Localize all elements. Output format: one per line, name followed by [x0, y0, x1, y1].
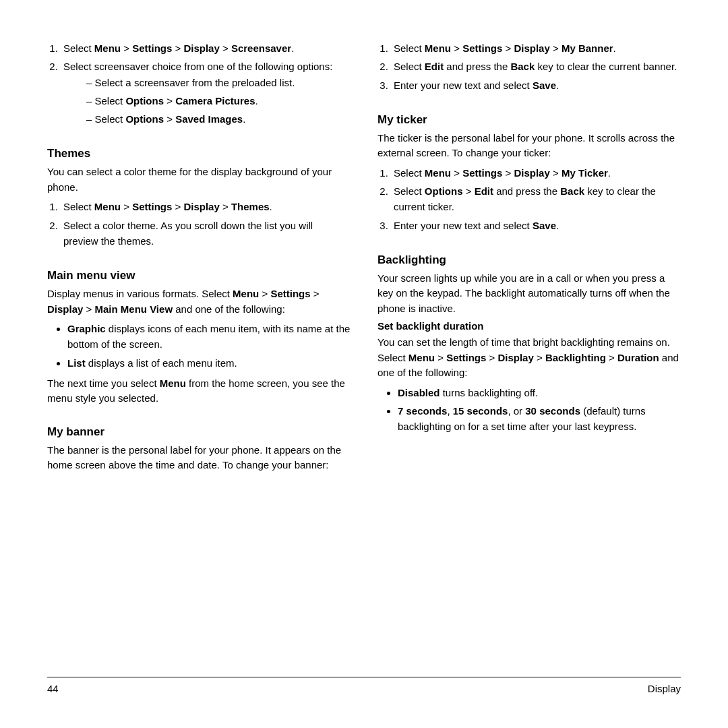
my-ticker-steps: Select Menu > Settings > Display > My Ti… [391, 165, 681, 233]
backlighting-intro: Your screen lights up while you are in a… [377, 271, 681, 317]
main-menu-view-intro: Display menus in various formats. Select… [47, 286, 351, 317]
settings-bold: Settings [132, 42, 172, 54]
themes-step-2: Select a color theme. As you scroll down… [61, 218, 351, 249]
my-ticker-heading: My ticker [377, 113, 681, 127]
screensaver-option-1: Select a screensaver from the preloaded … [84, 75, 351, 90]
content-area: Select Menu > Settings > Display > Scree… [47, 40, 681, 670]
backlight-disabled: Disabled turns backlighting off. [398, 385, 681, 400]
footer-page-number: 44 [47, 683, 59, 694]
themes-intro: You can select a color theme for the dis… [47, 164, 351, 195]
right-column: Select Menu > Settings > Display > My Ba… [377, 40, 681, 670]
my-ticker-step-1: Select Menu > Settings > Display > My Ti… [391, 165, 681, 181]
backlight-duration-bullets: Disabled turns backlighting off. 7 secon… [398, 385, 681, 435]
my-banner-step-3: Enter your new text and select Save. [391, 78, 681, 93]
my-ticker-step-3: Enter your new text and select Save. [391, 218, 681, 233]
backlighting-heading: Backlighting [377, 253, 681, 267]
screensaver-option-3: Select Options > Saved Images. [84, 111, 351, 127]
themes-step-1: Select Menu > Settings > Display > Theme… [61, 199, 351, 214]
set-backlight-duration-heading: Set backlight duration [377, 320, 681, 332]
main-menu-view-list: List displays a list of each menu item. [67, 355, 351, 371]
my-banner-steps-section: Select Menu > Settings > Display > My Ba… [377, 40, 681, 98]
themes-heading: Themes [47, 147, 351, 160]
screensaver-step-2: Select screensaver choice from one of th… [61, 59, 351, 127]
screensaver-section: Select Menu > Settings > Display > Scree… [47, 40, 351, 132]
my-banner-step-2: Select Edit and press the Back key to cl… [391, 59, 681, 74]
my-banner-section-left: My banner The banner is the personal lab… [47, 425, 351, 477]
set-backlight-duration-intro: You can set the length of time that brig… [377, 335, 681, 381]
main-menu-view-outro: The next time you select Menu from the h… [47, 376, 351, 406]
themes-section: Themes You can select a color theme for … [47, 147, 351, 254]
screensaver-steps: Select Menu > Settings > Display > Scree… [61, 40, 351, 127]
main-menu-view-section: Main menu view Display menus in various … [47, 269, 351, 411]
footer-section-label: Display [648, 683, 681, 694]
my-ticker-intro: The ticker is the personal label for you… [377, 131, 681, 161]
my-banner-intro: The banner is the personal label for you… [47, 443, 351, 473]
my-ticker-section: My ticker The ticker is the personal lab… [377, 113, 681, 239]
left-column: Select Menu > Settings > Display > Scree… [47, 40, 351, 670]
page: Select Menu > Settings > Display > Scree… [0, 0, 728, 728]
display-bold: Display [183, 42, 219, 54]
screensaver-step-1: Select Menu > Settings > Display > Scree… [61, 40, 351, 56]
my-banner-steps: Select Menu > Settings > Display > My Ba… [391, 40, 681, 93]
footer: 44 Display [47, 677, 681, 694]
screensaver-option-2: Select Options > Camera Pictures. [84, 93, 351, 109]
screensaver-suboptions: Select a screensaver from the preloaded … [84, 75, 351, 127]
set-backlight-duration-section: Set backlight duration You can set the l… [377, 320, 681, 434]
backlighting-section: Backlighting Your screen lights up while… [377, 253, 681, 450]
main-menu-view-heading: Main menu view [47, 269, 351, 282]
main-menu-view-bullets: Graphic displays icons of each menu item… [67, 321, 351, 371]
screensaver-bold: Screensaver [231, 42, 291, 54]
my-banner-heading: My banner [47, 425, 351, 439]
menu-bold: Menu [94, 42, 121, 54]
my-banner-step-1: Select Menu > Settings > Display > My Ba… [391, 40, 681, 56]
main-menu-view-graphic: Graphic displays icons of each menu item… [67, 321, 351, 353]
themes-steps: Select Menu > Settings > Display > Theme… [61, 199, 351, 249]
my-ticker-step-2: Select Options > Edit and press the Back… [391, 183, 681, 215]
backlight-seconds: 7 seconds, 15 seconds, or 30 seconds (de… [398, 403, 681, 435]
